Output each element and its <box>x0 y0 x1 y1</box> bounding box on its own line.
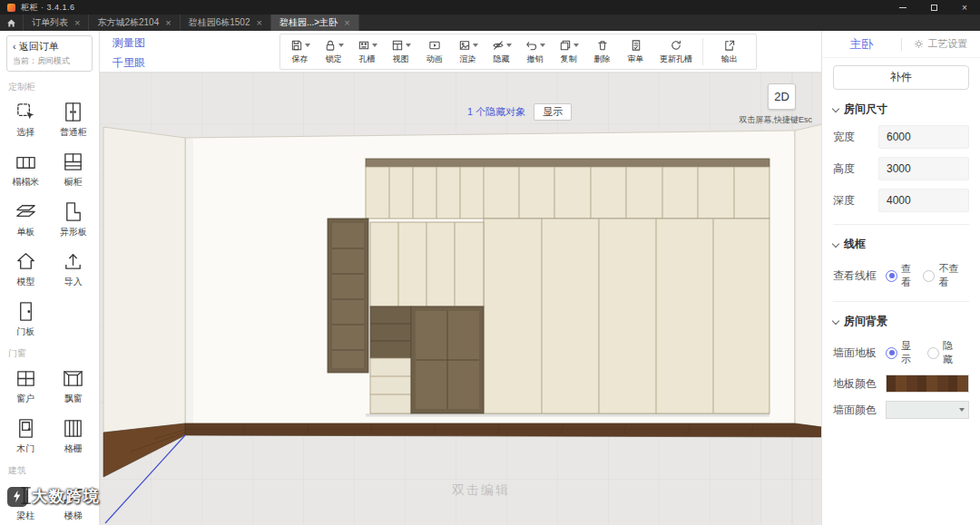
radio-unselected-icon[interactable] <box>927 347 939 359</box>
tab-dongfangcheng[interactable]: 东方城2栋2104 × <box>89 15 180 31</box>
tool-tatami[interactable]: 榻榻米 <box>2 151 50 189</box>
save-icon <box>290 39 303 52</box>
output-icon <box>723 39 736 52</box>
wall-floor-option-show[interactable]: 显示 <box>886 339 919 366</box>
hide-button[interactable]: 隐藏 <box>485 34 518 69</box>
floor[interactable] <box>185 423 821 437</box>
measure-drawing-link[interactable]: 测量图 <box>113 35 145 51</box>
tab-order-list[interactable]: 订单列表 × <box>24 15 89 31</box>
chevron-down-icon <box>832 239 839 247</box>
tab-biguiyuan-master-bedroom[interactable]: 碧桂园...>主卧 × <box>271 15 359 31</box>
room-title: 主卧 <box>822 36 901 53</box>
wireframe-option-no-view[interactable]: 不查看 <box>923 262 961 289</box>
wardrobe-right-doors[interactable] <box>484 219 769 413</box>
wall-color-select[interactable] <box>886 401 969 419</box>
section-divider <box>833 224 969 225</box>
maximize-button[interactable] <box>918 0 949 15</box>
dropdown-arrow-icon[interactable] <box>406 44 411 47</box>
tool-door-panel[interactable]: 门板 <box>2 300 50 338</box>
right-wall[interactable] <box>795 124 821 427</box>
wall-floor-row: 墙面地板 显示 隐藏 <box>833 339 969 366</box>
tool-shaped-board[interactable]: 异形板 <box>50 200 98 238</box>
update-holes-button[interactable]: 更新孔槽 <box>652 34 700 69</box>
depth-input[interactable] <box>878 189 969 212</box>
patch-part-button[interactable]: 补件 <box>833 65 969 90</box>
wardrobe-upper-doors[interactable] <box>366 167 769 219</box>
room-size-header[interactable]: 房间尺寸 <box>833 102 969 117</box>
radio-selected-icon[interactable] <box>886 347 897 359</box>
minimize-button[interactable] <box>887 0 918 15</box>
output-button[interactable]: 输出 <box>706 34 753 69</box>
wireframe-header[interactable]: 线框 <box>833 237 969 252</box>
design-canvas[interactable]: 1 个隐藏对象 显示 2D 双击屏幕,快捷键Esc 双击编辑 <box>100 73 821 525</box>
render-button[interactable]: 渲染 <box>451 34 485 69</box>
wardrobe-crown[interactable] <box>366 159 769 167</box>
view-2d-hint: 双击屏幕,快捷键Esc <box>739 114 812 126</box>
close-icon[interactable]: × <box>74 18 80 28</box>
wall-floor-option-hide[interactable]: 隐藏 <box>927 339 961 366</box>
radio-selected-icon[interactable] <box>886 270 897 282</box>
tool-window[interactable]: 窗户 <box>2 367 50 405</box>
wireframe-section: 线框 查看线框 查看 不查看 <box>822 237 980 302</box>
dropdown-arrow-icon[interactable] <box>305 44 310 47</box>
wireframe-option-view[interactable]: 查看 <box>886 262 915 289</box>
animation-button[interactable]: 动画 <box>417 34 451 69</box>
holes-icon <box>358 39 370 52</box>
show-hidden-button[interactable]: 显示 <box>534 103 572 121</box>
lock-icon <box>324 39 337 52</box>
xray-link[interactable]: 千里眼 <box>113 55 145 71</box>
width-label: 宽度 <box>833 130 878 145</box>
dropdown-arrow-icon[interactable] <box>573 44 579 47</box>
dropdown-arrow-icon[interactable] <box>338 44 344 47</box>
close-icon[interactable]: × <box>344 18 349 28</box>
tool-wood-door[interactable]: 木门 <box>2 417 50 455</box>
tool-select[interactable]: 选择 <box>2 101 50 139</box>
tool-grille[interactable]: 格栅 <box>50 417 98 455</box>
width-input[interactable] <box>878 125 969 149</box>
cupboard-icon <box>62 151 84 173</box>
render-icon <box>458 39 471 52</box>
tool-normal-cabinet[interactable]: 普通柜 <box>50 101 98 139</box>
lock-button[interactable]: 锁定 <box>317 34 350 69</box>
undo-button[interactable]: 撤销 <box>518 34 552 69</box>
dropdown-arrow-icon[interactable] <box>372 44 377 47</box>
close-icon[interactable]: × <box>257 18 262 28</box>
delete-button[interactable]: 删除 <box>585 34 619 69</box>
close-icon[interactable]: × <box>165 18 171 28</box>
wall-floor-label: 墙面地板 <box>833 345 886 361</box>
tool-model[interactable]: 模型 <box>2 250 50 288</box>
view-button[interactable]: 视图 <box>384 34 417 69</box>
craft-settings-button[interactable]: 工艺设置 <box>902 37 980 51</box>
room-background-header[interactable]: 房间背景 <box>833 314 969 329</box>
tool-import[interactable]: 导入 <box>50 250 98 288</box>
floor-color-swatch[interactable] <box>886 374 969 393</box>
holes-button[interactable]: 孔槽 <box>350 34 384 69</box>
tool-single-board[interactable]: 单板 <box>2 200 50 238</box>
radio-unselected-icon[interactable] <box>923 270 935 282</box>
tatami-icon <box>15 151 37 173</box>
select-icon <box>15 101 37 123</box>
wardrobe-dark-drawers[interactable] <box>370 306 411 358</box>
save-button[interactable]: 保存 <box>283 34 317 69</box>
review-order-button[interactable]: 审单 <box>619 34 652 69</box>
copy-button[interactable]: 复制 <box>552 34 585 69</box>
left-wall[interactable] <box>103 127 185 433</box>
copy-icon <box>559 39 572 52</box>
dropdown-arrow-icon[interactable] <box>506 44 512 47</box>
floor-color-label: 地板颜色 <box>833 376 886 392</box>
wardrobe[interactable] <box>328 159 769 417</box>
wardrobe-cream-drawers[interactable] <box>370 358 411 413</box>
view-2d-button[interactable]: 2D <box>768 83 796 110</box>
home-tab[interactable] <box>0 15 24 31</box>
height-input[interactable] <box>878 157 969 180</box>
tool-bay-window[interactable]: 飘窗 <box>50 367 98 405</box>
dropdown-arrow-icon[interactable] <box>473 44 478 47</box>
tool-cupboard[interactable]: 橱柜 <box>50 151 98 189</box>
back-to-order-button[interactable]: ‹ 返回订单 当前：房间模式 <box>6 35 93 72</box>
section-label-building: 建筑 <box>8 464 99 477</box>
wireframe-row-label: 查看线框 <box>833 268 886 284</box>
panel-header: 主卧 工艺设置 <box>822 31 980 58</box>
dropdown-arrow-icon[interactable] <box>540 44 545 47</box>
tab-biguiyuan-6[interactable]: 碧桂园6栋1502 × <box>181 15 271 31</box>
close-button[interactable]: × <box>949 0 980 15</box>
